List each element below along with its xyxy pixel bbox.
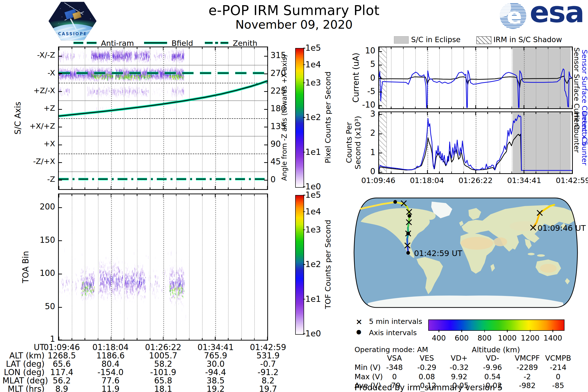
- y-tick: [59, 74, 62, 74]
- x-tick: [548, 172, 548, 173]
- volt-col-header: VMCPF: [510, 354, 544, 362]
- x-tick: [379, 112, 380, 116]
- series-hit-counter: [379, 134, 572, 170]
- antiram-line-sample2: [87, 42, 96, 44]
- sc-axis-spectrogram-panel: [58, 46, 268, 190]
- x-tick: [475, 47, 476, 50]
- eph-cell: 19.7: [245, 384, 291, 392]
- y-tick: [379, 78, 382, 79]
- y-tick: [264, 109, 267, 110]
- x-tick: [439, 112, 440, 114]
- x-tick: [72, 47, 72, 49]
- x-tick: [254, 188, 255, 189]
- dot-marker-icon: ●: [356, 328, 362, 335]
- pixel-colorbar: [295, 48, 304, 188]
- gridline-minor: [189, 194, 190, 340]
- x-tick: [524, 105, 524, 108]
- volt-cell: 0: [377, 372, 412, 381]
- colorbar-tick-label: 1e1: [305, 294, 321, 304]
- detect-counter-label: Detect Counter: [580, 111, 588, 166]
- y-tick: [59, 307, 62, 308]
- x-tick: [189, 188, 190, 189]
- y-tick: [59, 91, 62, 92]
- track-start-label: 01:09:46 UT: [538, 224, 586, 233]
- x-tick: [228, 338, 228, 340]
- x-tick: [500, 106, 500, 108]
- x-tick: [254, 47, 255, 49]
- colorbar-tick: [303, 64, 305, 65]
- volt-col-header: VES: [410, 354, 444, 362]
- x-tick: [391, 112, 392, 114]
- zenith-line-sample-dot: [215, 42, 218, 44]
- x-tick: [536, 106, 536, 108]
- x-tick: [475, 170, 476, 173]
- patch-mission-name: CASSIOPE: [48, 31, 96, 36]
- x-tick: [202, 47, 202, 49]
- angle-tick-label: 45: [270, 157, 281, 166]
- x-tick: [111, 186, 112, 189]
- eclipse-legend: S/C in Eclipse IRM in S/C Shadow: [343, 35, 588, 45]
- x-tick: [124, 338, 124, 340]
- map-indonesia2: [537, 254, 545, 257]
- x-tick: [487, 106, 488, 108]
- colorbar-tick: [303, 82, 305, 83]
- x-tick: [391, 106, 392, 108]
- y-tick: [59, 207, 62, 208]
- x-tick: [58, 186, 59, 189]
- x-tick: [137, 47, 138, 49]
- colorbar-tick: [303, 334, 305, 334]
- x-tick: [500, 172, 500, 173]
- x-tick: [512, 106, 512, 108]
- x-tick: [560, 106, 560, 108]
- band-label: +Z: [10, 104, 55, 112]
- altitude-tick: [530, 330, 531, 332]
- x-tick: [189, 338, 190, 340]
- time-tick-label: 01:18:04: [406, 176, 448, 185]
- page-title: e-POP IRM Summary Plot: [208, 2, 380, 18]
- gridline-minor: [254, 194, 255, 340]
- x-tick: [415, 172, 416, 173]
- axis-interval-marker: [406, 251, 410, 255]
- x-tick: [548, 106, 548, 108]
- x-tick: [379, 47, 380, 50]
- colorbar-tick-label: 1e3: [305, 225, 321, 234]
- altitude-tick-label: 1400: [538, 334, 568, 342]
- x-tick: [150, 188, 150, 189]
- band-label: -Z: [10, 175, 55, 184]
- series-sensor-surface-current-x-5: [379, 69, 572, 108]
- gridline-minor: [72, 194, 72, 340]
- y-tick: [59, 180, 62, 180]
- colorbar-tick: [303, 230, 305, 230]
- x-tick: [202, 338, 202, 340]
- x-tick: [403, 106, 404, 108]
- gridline-minor: [98, 194, 98, 340]
- gridline-minor: [241, 194, 242, 340]
- x-tick: [176, 188, 177, 189]
- x-tick: [241, 188, 242, 189]
- eph-cell: 11.9: [87, 384, 134, 392]
- y-tick: [379, 114, 382, 115]
- x-tick: [58, 47, 59, 50]
- volt-cell: -348: [377, 363, 412, 372]
- x-tick: [215, 194, 216, 198]
- x-tick: [512, 112, 512, 114]
- x-tick: [512, 172, 512, 173]
- x-tick: [58, 194, 59, 198]
- toa-tick-label: 100: [24, 268, 55, 278]
- x-tick: [84, 47, 85, 49]
- y-tick: [59, 340, 62, 340]
- x-tick: [150, 47, 150, 49]
- current-tick-label: 5: [348, 59, 375, 69]
- band-label: -Z/+X: [10, 157, 55, 166]
- band-label: +X: [10, 139, 55, 148]
- antiram-line-sample: [74, 42, 83, 44]
- bfield-legend-label: Bfield: [172, 39, 193, 48]
- x-tick: [379, 170, 380, 173]
- x-tick: [150, 338, 150, 340]
- x-tick: [137, 194, 138, 196]
- altitude-tick: [552, 330, 553, 332]
- x-tick: [228, 188, 228, 189]
- x-tick: [241, 194, 242, 196]
- x-tick: [267, 186, 268, 189]
- x-tick: [124, 194, 124, 196]
